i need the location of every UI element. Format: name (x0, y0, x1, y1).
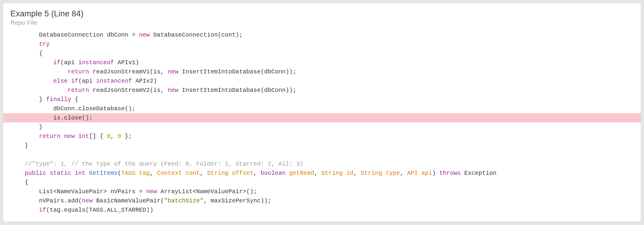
code-block: DatabaseConnection dbConn = new Database… (3, 28, 641, 217)
example-header: Example 5 (Line 84) Repo File (3, 3, 641, 28)
example-title: Example 5 (Line 84) (10, 9, 634, 18)
code-line: List<NameValuePair> nVPairs = new ArrayL… (3, 187, 641, 196)
code-line: public static int GetItems(TAGS tag, Con… (3, 169, 641, 178)
code-line (3, 150, 641, 159)
code-line: return new int[] { 0, 0 }; (3, 132, 641, 141)
example-subtitle: Repo File (10, 19, 634, 26)
code-line: } (3, 122, 641, 132)
code-line: } finally { (3, 95, 641, 104)
code-line: dbConn.closeDatabase(); (3, 104, 641, 113)
code-line: DatabaseConnection dbConn = new Database… (3, 30, 641, 40)
code-line: if(api instanceof APIv1) (3, 58, 641, 67)
code-line: nVPairs.add(new BasicNameValuePair("batc… (3, 196, 641, 205)
code-line-highlighted: is.close(); (3, 113, 641, 122)
code-line: else if(api instanceof APIv2) (3, 76, 641, 86)
code-line: return readJsonStreamV1(is, new InsertIt… (3, 67, 641, 76)
code-line: { (3, 178, 641, 187)
code-line: //"type": 1, // the type of the query (F… (3, 159, 641, 169)
code-line: } (3, 141, 641, 150)
code-line: { (3, 49, 641, 58)
example-card: Example 5 (Line 84) Repo File DatabaseCo… (3, 3, 641, 222)
code-line: try (3, 40, 641, 49)
code-line: return readJsonStreamV2(is, new InsertIt… (3, 86, 641, 95)
code-line: if(tag.equals(TAGS.ALL_STARRED)) (3, 205, 641, 215)
